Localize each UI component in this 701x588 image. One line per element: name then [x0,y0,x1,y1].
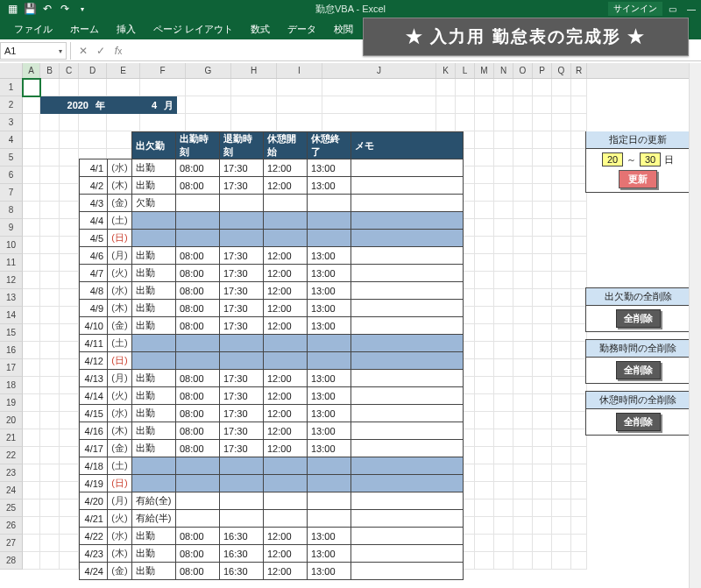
cell[interactable] [494,272,513,289]
cell[interactable] [60,114,79,131]
cell[interactable] [23,517,40,535]
table-cell[interactable]: 12:00 [264,422,308,440]
cell[interactable] [60,289,79,307]
save-icon[interactable]: 💾 [23,2,37,16]
table-cell[interactable]: 4/3 [80,195,108,212]
cell[interactable] [533,289,552,307]
row-header[interactable]: 4 [0,131,23,149]
table-cell[interactable]: 17:30 [220,177,264,195]
cell[interactable] [494,359,513,377]
table-cell[interactable]: 08:00 [176,265,220,282]
table-cell[interactable] [308,492,351,510]
tab-data[interactable]: データ [279,19,325,39]
table-cell[interactable] [351,335,464,352]
cell[interactable] [322,96,436,114]
cell[interactable] [23,429,40,447]
cell[interactable] [494,464,513,482]
cell[interactable] [23,219,40,237]
cell[interactable] [571,482,587,499]
cell[interactable] [60,447,79,464]
table-cell[interactable] [308,457,351,475]
cell[interactable] [40,166,60,184]
table-cell[interactable]: 17:30 [220,422,264,440]
cell[interactable] [494,166,513,184]
cell[interactable] [475,482,494,499]
table-cell[interactable] [308,212,351,230]
table-cell[interactable]: 16:30 [220,528,264,545]
row-header[interactable]: 18 [0,377,23,394]
cancel-icon[interactable]: ✕ [74,42,92,60]
cell[interactable] [23,307,40,324]
cell[interactable] [494,307,513,324]
table-cell[interactable] [351,387,464,405]
table-cell[interactable]: 13:00 [308,563,351,580]
table-cell[interactable]: 出勤 [132,282,176,300]
cell[interactable] [513,324,533,342]
table-cell[interactable] [308,352,351,370]
table-cell[interactable]: (金) [108,563,132,580]
table-cell[interactable]: 4/8 [80,282,108,300]
cell[interactable] [513,464,533,482]
cell[interactable] [436,114,456,131]
cell[interactable] [571,464,587,482]
cell[interactable] [494,499,513,517]
cell[interactable] [60,482,79,499]
cell[interactable] [513,517,533,535]
cell[interactable] [40,482,60,499]
table-cell[interactable]: (水) [108,159,132,177]
table-cell[interactable]: 出勤 [132,387,176,405]
table-cell[interactable] [264,352,308,370]
cell[interactable] [552,324,571,342]
table-cell[interactable]: 出勤 [132,247,176,265]
table-cell[interactable]: 欠勤 [132,195,176,212]
cell[interactable] [513,342,533,359]
cell[interactable] [533,412,552,429]
table-cell[interactable]: 4/12 [80,352,108,370]
cell[interactable] [571,79,587,96]
table-cell[interactable]: 17:30 [220,265,264,282]
cell[interactable] [494,377,513,394]
cell[interactable] [40,499,60,517]
cell[interactable] [475,184,494,202]
vertical-scrollbar[interactable] [689,63,701,588]
selected-cell-a1[interactable] [23,79,40,96]
row-header[interactable]: 1 [0,79,23,96]
cell[interactable] [533,394,552,412]
delete-attendance-button[interactable]: 全削除 [616,309,661,328]
table-cell[interactable] [351,457,464,475]
cell[interactable] [552,377,571,394]
col-header-B[interactable]: B [40,63,60,78]
cell[interactable] [40,131,60,149]
col-header-P[interactable]: P [533,63,552,78]
table-cell[interactable] [176,475,220,492]
col-header-D[interactable]: D [79,63,107,78]
col-header-H[interactable]: H [231,63,277,78]
table-cell[interactable]: 13:00 [308,440,351,457]
table-cell[interactable] [308,510,351,528]
table-cell[interactable]: 4/6 [80,247,108,265]
table-cell[interactable]: 4/23 [80,545,108,563]
cell[interactable] [231,79,277,96]
cell[interactable] [107,114,140,131]
cell[interactable] [475,289,494,307]
cell[interactable] [475,342,494,359]
cell[interactable] [494,429,513,447]
cell[interactable] [23,114,40,131]
cell[interactable] [552,359,571,377]
cell[interactable] [40,447,60,464]
cell[interactable] [571,535,587,552]
cell[interactable] [475,131,494,149]
cell[interactable] [552,79,571,96]
cell[interactable] [513,254,533,272]
cell[interactable] [475,202,494,219]
cell[interactable] [40,535,60,552]
cell[interactable] [475,79,494,96]
cell[interactable] [60,307,79,324]
tab-home[interactable]: ホーム [61,19,108,39]
table-cell[interactable]: 4/5 [80,230,108,247]
table-cell[interactable]: 12:00 [264,528,308,545]
table-cell[interactable]: 08:00 [176,282,220,300]
row-header[interactable]: 2 [0,96,23,114]
table-cell[interactable] [176,492,220,510]
table-cell[interactable] [220,335,264,352]
